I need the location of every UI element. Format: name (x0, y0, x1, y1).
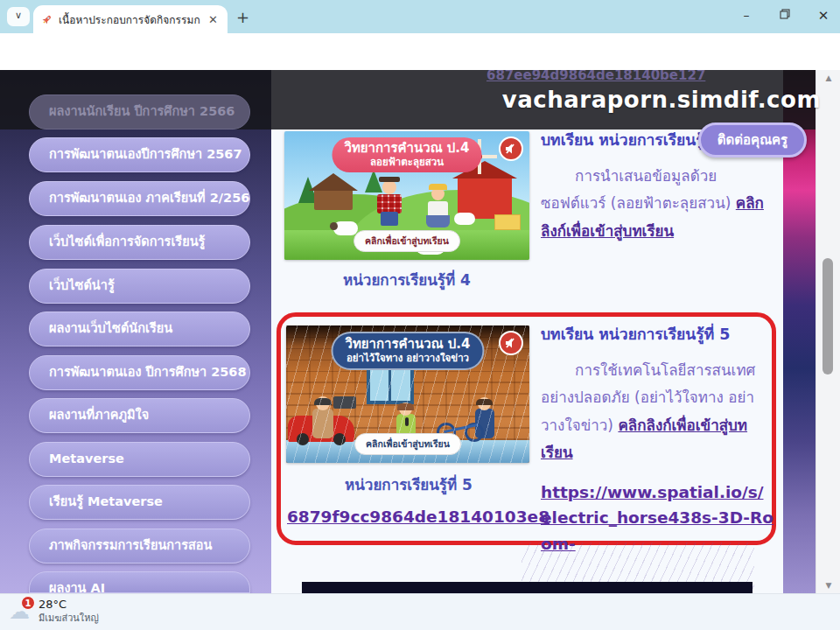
unit4-body-text: การนำเสนอข้อมูลด้วยซอฟต์แวร์ (ลอยฟ้าตะลุ… (541, 167, 731, 212)
unit4-scene-sheep-head (330, 222, 338, 230)
unit4-description: การนำเสนอข้อมูลด้วยซอฟต์แวร์ (ลอยฟ้าตะลุ… (541, 163, 777, 245)
webpage-viewport: 687ee94d9864de18140be127 vacharaporn.sim… (0, 70, 840, 593)
scroll-up-icon[interactable]: ▲ (816, 74, 840, 82)
unit4-scene-farmer-head (382, 180, 396, 194)
unit5-banner: วิทยาการคำนวณ ป.4 อย่าไว้ใจทาง อย่าวางใจ… (331, 332, 484, 370)
new-tab-button[interactable]: + (236, 8, 249, 26)
unit4-scene-hut-roof (309, 173, 358, 191)
unit4-scene-farmer-shirt (377, 194, 402, 214)
unit4-scene-woman-scarf (429, 184, 447, 190)
unit4-scene-hut (314, 189, 353, 210)
unit5-description: การใช้เทคโนโลยีสารสนเทศอย่างปลอดภัย (อย่… (541, 357, 774, 467)
sidebar-item-results-2566[interactable]: ผลงานนักเรียน ปีการศึกษา 2566 (29, 94, 250, 130)
tab-search-button[interactable]: ∨ (7, 7, 30, 26)
contact-teacher-button[interactable]: ติดต่อคุณครู (698, 122, 807, 158)
scrollbar-thumb[interactable] (822, 258, 833, 374)
sidebar-item-ai-works[interactable]: ผลงาน AI (29, 571, 250, 593)
window-restore-button[interactable] (775, 8, 794, 22)
sidebar-item-self-dev-2568[interactable]: การพัฒนาตนเอง ปีการศึกษา 2568 (29, 355, 250, 390)
site-title: vacharaporn.simdif.com (502, 87, 821, 113)
scroll-down-icon[interactable]: ▼ (816, 581, 840, 590)
unit4-enter-lesson-button[interactable]: คลิกเพื่อเข้าสู่บทเรียน (354, 230, 460, 252)
sidebar-item-interesting-websites[interactable]: เว็บไซต์น่ารู้ (29, 269, 250, 304)
next-section-media-edge (302, 582, 752, 593)
sidebar-item-activity-photos[interactable]: ภาพกิจกรรมการเรียนการสอน (29, 528, 250, 564)
unit4-scene-farmer-overalls (381, 212, 398, 226)
unit4-lesson-thumbnail[interactable]: วิทยาการคำนวณ ป.4 ลอยฟ้าตะลุยสวน คลิกเพื… (284, 131, 529, 260)
unit4-banner-subtitle: ลอยฟ้าตะลุยสวน (344, 157, 469, 169)
unit5-caption: หน่วยการเรียนรู้ที่ 5 (286, 472, 531, 496)
unit4-banner: วิทยาการคำนวณ ป.4 ลอยฟ้าตะลุยสวน (332, 137, 481, 172)
unit4-scene-sheep (454, 213, 475, 225)
chevron-down-icon: ∨ (15, 10, 22, 21)
weather-temperature: 28°C (38, 598, 99, 612)
sidebar-item-learning-websites[interactable]: เว็บไซต์เพื่อการจัดการเรียนรู้ (29, 225, 250, 260)
browser-window: ∨ เนื้อหาประกอบการจัดกิจกรรมการเรีย ✕ + … (0, 0, 840, 630)
sidebar-item-student-websites[interactable]: ผลงานเว็บไซต์นักเรียน (29, 312, 250, 346)
notification-badge: 1 (21, 596, 35, 610)
cloud-icon: ☁ 1 (9, 598, 38, 624)
unit4-scene-hay (494, 214, 521, 230)
unit5-banner-subtitle: อย่าไว้ใจทาง อย่าวางใจข่าว (345, 353, 470, 365)
previous-lesson-hash-link[interactable]: 687ee94d9864de18140be127 (486, 70, 705, 83)
unit4-caption: หน่วยการเรียนรู้ที่ 4 (284, 268, 529, 291)
sidebar-item-self-dev-2567[interactable]: การพัฒนาตนเองปีการศึกษา 2567 (29, 137, 250, 172)
tab-strip: ∨ เนื้อหาประกอบการจัดกิจกรรมการเรีย ✕ + … (0, 0, 840, 33)
unit5-mute-icon[interactable] (499, 331, 523, 355)
window-close-button[interactable]: ✕ (814, 8, 833, 24)
sidebar-item-learn-metaverse[interactable]: เรียนรู้ Metaverse (29, 485, 250, 520)
page-scrollbar[interactable]: ▲ ▼ (816, 70, 840, 593)
unit5-enter-lesson-button[interactable]: คลิกเพื่อเข้าสู่บทเรียน (354, 433, 461, 455)
browser-toolbar: ← → ⟳ vacharaporn.simdif.com/เนื้อหาการจ… (0, 33, 840, 70)
unit5-lesson-thumbnail[interactable]: วิทยาการคำนวณ ป.4 อย่าไว้ใจทาง อย่าวางใจ… (286, 326, 529, 463)
weather-condition: มีเมฆส่วนใหญ่ (38, 612, 99, 624)
unit4-scene-farmer-hat (379, 177, 400, 182)
sidebar-item-self-dev-2-2567[interactable]: การพัฒนาตนเอง ภาคเรียนที่ 2/2567 (29, 181, 250, 216)
unit5-text-column: บทเรียน หน่วยการเรียนรู้ที่ 5 การใช้เทคโ… (541, 322, 774, 557)
unit5-room-url-link[interactable]: https://www.spatial.io/s/electric_horse4… (541, 480, 774, 557)
taskbar: ☁ 1 28°C มีเมฆส่วนใหญ่ Search (0, 593, 840, 630)
unit4-banner-title: วิทยาการคำนวณ ป.4 (344, 140, 469, 157)
unit4-mute-icon[interactable] (499, 136, 523, 161)
unit5-banner-title: วิทยาการคำนวณ ป.4 (345, 336, 470, 353)
weather-widget[interactable]: ☁ 1 28°C มีเมฆส่วนใหญ่ (9, 598, 99, 624)
active-tab[interactable]: เนื้อหาประกอบการจัดกิจกรรมการเรีย ✕ (33, 5, 228, 33)
window-minimize-button[interactable]: – (737, 8, 756, 22)
tab-title: เนื้อหาประกอบการจัดกิจกรรมการเรีย (59, 11, 200, 28)
sidebar-item-proud-works[interactable]: ผลงานที่ภาคภูมิใจ (29, 398, 250, 433)
unit5-heading: บทเรียน หน่วยการเรียนรู้ที่ 5 (541, 322, 774, 346)
rocket-favicon-icon (40, 13, 53, 26)
sidebar-item-metaverse[interactable]: Metaverse (29, 442, 250, 477)
restore-icon (780, 9, 790, 19)
tab-close-icon[interactable]: ✕ (206, 13, 220, 26)
unit4-scene-woman-skirt (426, 215, 450, 228)
unit5-hash-link[interactable]: 6879f9cc9864de18140103e8 (287, 504, 550, 530)
